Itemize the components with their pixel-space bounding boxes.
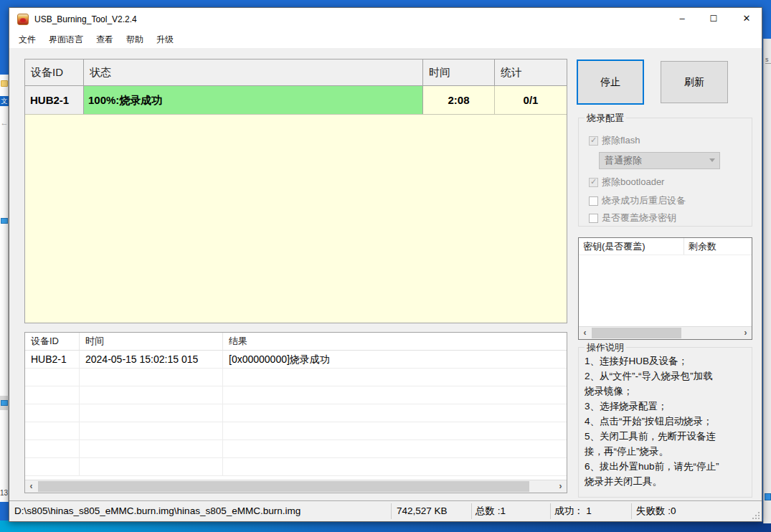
scroll-left-icon[interactable]: ‹ [579,327,591,339]
burn-config-groupbox: 烧录配置 擦除flash 普通擦除 擦除bootloader 烧录成功后重启设备… [578,118,752,227]
log-row-empty [25,458,567,476]
log-table: 设备ID 时间 结果 HUB2-1 2024-05-15 15:02:15 01… [24,332,567,493]
log-col-device-id[interactable]: 设备ID [25,333,80,350]
status-separator [471,503,472,519]
computer-icon [1,400,8,406]
menu-language[interactable]: 界面语言 [42,31,90,48]
log-horizontal-scrollbar[interactable]: ‹ › [25,480,567,493]
computer-icon-selected [0,396,9,410]
log-row-empty [25,369,567,386]
device-row[interactable]: HUB2-1 100%:烧录成功 2:08 0/1 [25,86,567,115]
minimize-button[interactable]: – [670,8,694,31]
menu-view[interactable]: 查看 [90,31,120,48]
checkbox-checked-icon [589,178,598,187]
instructions-title: 操作说明 [585,341,626,354]
key-table-header: 密钥(是否覆盖) 剩余数 [579,238,752,255]
log-col-time[interactable]: 时间 [80,333,223,350]
instruction-line: 5、关闭工具前，先断开设备连 [585,429,749,444]
scrollbar-thumb[interactable] [38,481,529,492]
maximize-button[interactable]: ☐ [701,8,726,31]
instruction-line: 2、从“文件”-“导入烧录包”加载 [585,369,749,384]
col-key-overwrite[interactable]: 密钥(是否覆盖) [579,238,684,255]
instruction-line: 4、点击“开始”按钮启动烧录； [585,414,749,429]
status-separator [391,503,392,519]
chevron-down-icon [709,158,715,162]
background-window-left: 文 ← 13 [0,75,9,502]
app-icon [17,14,29,25]
col-time[interactable]: 时间 [423,60,495,85]
scroll-left-icon[interactable]: ‹ [25,480,37,493]
status-success-count: 成功： 1 [554,501,592,521]
time-cell: 2:08 [423,86,495,114]
col-remaining[interactable]: 剩余数 [684,238,752,255]
checkbox-erase-bootloader[interactable]: 擦除bootloader [589,176,664,189]
col-status[interactable]: 状态 [84,60,423,85]
progress-bar: 100%:烧录成功 [84,86,423,114]
log-row[interactable]: HUB2-1 2024-05-15 15:02:15 015 [0x000000… [25,351,567,369]
col-device-id[interactable]: 设备ID [25,60,84,85]
device-table-header: 设备ID 状态 时间 统计 [25,60,567,86]
status-file-path: D:\s805\hinas_s805_eMMC.burn.img\hinas_s… [14,501,301,521]
log-col-result[interactable]: 结果 [223,333,567,350]
checkbox-checked-icon [589,136,598,146]
instruction-line: 3、选择烧录配置； [585,399,749,414]
menu-upgrade[interactable]: 升级 [150,31,180,48]
key-horizontal-scrollbar[interactable]: ‹ › [579,326,752,339]
background-window-right: s [763,39,771,523]
usb-burning-tool-window: USB_Burning_Tool_V2.2.4 – ☐ ✕ 文件 界面语言 查看… [9,7,762,522]
instruction-line: 6、拔出外置hub前，请先“停止” [585,459,749,474]
translate-icon: 文 [0,96,9,106]
menu-file[interactable]: 文件 [12,31,42,48]
log-row-empty [25,440,567,458]
stats-cell: 0/1 [495,86,567,114]
scrollbar-thumb[interactable] [592,328,681,338]
log-row-empty [25,386,567,404]
device-id-cell: HUB2-1 [25,86,84,114]
status-failed-count: 失败数 :0 [636,501,676,521]
close-button[interactable]: ✕ [734,8,759,31]
computer-icon [1,218,8,224]
status-bar: D:\s805\hinas_s805_eMMC.burn.img\hinas_s… [9,500,762,521]
resize-grip-icon[interactable] [752,511,760,520]
menu-help[interactable]: 帮助 [120,31,150,48]
log-table-header: 设备ID 时间 结果 [25,333,567,351]
window-title: USB_Burning_Tool_V2.2.4 [34,8,137,31]
folder-icon [1,80,8,87]
list-icon [765,493,771,500]
titlebar[interactable]: USB_Burning_Tool_V2.2.4 – ☐ ✕ [9,8,762,31]
status-separator [550,503,551,519]
log-time: 2024-05-15 15:02:15 015 [80,351,223,368]
burn-config-title: 烧录配置 [585,112,626,125]
log-device-id: HUB2-1 [25,351,80,368]
instruction-line: 接，再“停止”烧录。 [585,444,749,459]
instruction-line: 1、连接好HUB及设备； [585,353,749,369]
instruction-line: 烧录镜像； [585,384,749,399]
erase-mode-select[interactable]: 普通擦除 [599,152,720,169]
back-arrow-icon: ← [0,118,9,128]
log-row-empty [25,422,567,440]
erase-mode-value: 普通擦除 [605,155,642,166]
scroll-right-icon[interactable]: › [739,327,752,339]
instructions-text: 1、连接好HUB及设备； 2、从“文件”-“导入烧录包”加载 烧录镜像； 3、选… [585,353,749,489]
checkbox-unchecked-icon [589,196,598,206]
checkbox-overwrite-key[interactable]: 是否覆盖烧录密钥 [589,212,676,224]
instruction-line: 烧录并关闭工具。 [585,474,749,489]
menubar: 文件 界面语言 查看 帮助 升级 [9,31,762,48]
edge-text-fragment: s [765,56,771,64]
checkbox-erase-flash[interactable]: 擦除flash [589,134,640,147]
key-table: 密钥(是否覆盖) 剩余数 ‹ › [578,237,752,340]
checkbox-unchecked-icon [589,214,598,223]
log-row-empty [25,404,567,422]
status-file-size: 742,527 KB [397,501,448,521]
col-stats[interactable]: 统计 [495,60,567,85]
stop-button[interactable]: 停止 [577,60,644,105]
log-result: [0x00000000]烧录成功 [223,351,567,368]
instructions-groupbox: 操作说明 1、连接好HUB及设备； 2、从“文件”-“导入烧录包”加载 烧录镜像… [578,347,752,498]
desktop-taskbar-strip [0,521,771,532]
device-progress-table: 设备ID 状态 时间 统计 HUB2-1 100%:烧录成功 2:08 0/1 [24,59,567,323]
scroll-right-icon[interactable]: › [554,480,567,493]
checkbox-reboot-after-success[interactable]: 烧录成功后重启设备 [589,194,686,207]
status-total-count: 总数 :1 [476,501,506,521]
refresh-button[interactable]: 刷新 [661,61,728,103]
status-separator [631,503,632,519]
